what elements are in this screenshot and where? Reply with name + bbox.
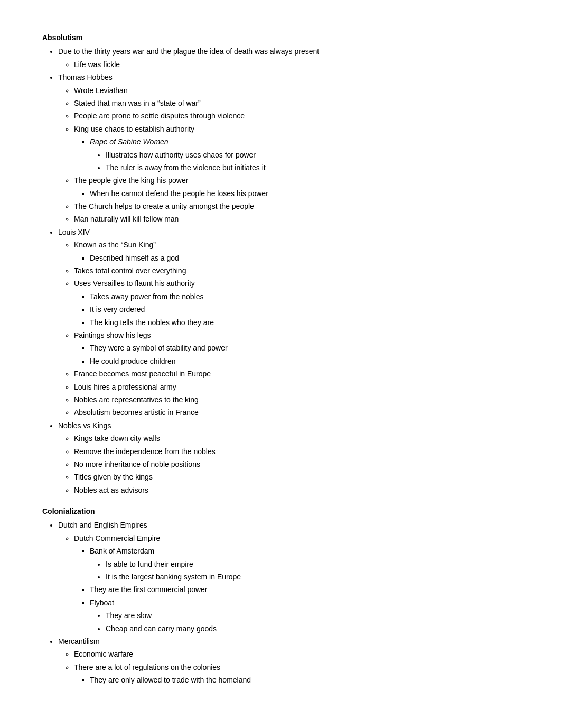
- list-item: No more inheritance of noble positions: [74, 458, 519, 470]
- list-item: Cheap and can carry many goods: [106, 623, 519, 634]
- list-item: Nobles vs KingsKings take down city wall…: [58, 420, 519, 496]
- list-item: Life was fickle: [74, 59, 519, 70]
- list-item: People are prone to settle disputes thro…: [74, 110, 519, 122]
- list-item: Due to the thirty years war and the plag…: [58, 45, 519, 70]
- list-item: Takes away power from the nobles: [90, 291, 519, 302]
- list-item: Absolutism becomes artistic in France: [74, 407, 519, 418]
- list-item: They were a symbol of stability and powe…: [90, 342, 519, 354]
- list-item: Thomas HobbesWrote LeviathanStated that …: [58, 71, 519, 225]
- list-item: There are a lot of regulations on the co…: [74, 661, 519, 686]
- section-block: ColonializationDutch and English Empires…: [42, 505, 519, 686]
- section-title: Colonialization: [42, 505, 519, 517]
- list-item: When he cannot defend the people he lose…: [90, 188, 519, 199]
- list-item: They are only allowed to trade with the …: [90, 674, 519, 686]
- list-item: MercantilismEconomic warfareThere are a …: [58, 635, 519, 686]
- list-item: France becomes most peaceful in Europe: [74, 368, 519, 380]
- section-block: AbsolutismDue to the thirty years war an…: [42, 32, 519, 496]
- list-item: Man naturally will kill fellow man: [74, 213, 519, 225]
- list-item: Illustrates how authority uses chaos for…: [106, 149, 519, 161]
- list-item: Bank of AmsterdamIs able to fund their e…: [90, 545, 519, 583]
- list-item: Louis hires a professional army: [74, 381, 519, 393]
- list-item: Dutch Commercial EmpireBank of Amsterdam…: [74, 532, 519, 634]
- list-item: Nobles are representatives to the king: [74, 394, 519, 406]
- list-item: Remove the independence from the nobles: [74, 446, 519, 457]
- list-item: Paintings show his legsThey were a symbo…: [74, 329, 519, 367]
- list-item: Nobles act as advisors: [74, 484, 519, 496]
- list-item: Titles given by the kings: [74, 471, 519, 483]
- list-item: Uses Versailles to flaunt his authorityT…: [74, 278, 519, 328]
- section-title: Absolutism: [42, 32, 519, 43]
- list-item: Kings take down city walls: [74, 432, 519, 444]
- list-item: Is able to fund their empire: [106, 558, 519, 570]
- list-item: Louis XIVKnown as the “Sun King”Describe…: [58, 226, 519, 419]
- document: AbsolutismDue to the thirty years war an…: [42, 32, 519, 686]
- list-item: Dutch and English EmpiresDutch Commercia…: [58, 519, 519, 634]
- list-item: The Church helps to create a unity among…: [74, 200, 519, 212]
- list-item: Takes total control over everything: [74, 265, 519, 277]
- list-item: He could produce children: [90, 355, 519, 367]
- list-item: FlyboatThey are slowCheap and can carry …: [90, 597, 519, 634]
- list-item: Wrote Leviathan: [74, 85, 519, 96]
- list-item: The ruler is away from the violence but …: [106, 162, 519, 173]
- list-item: Known as the “Sun King”Described himself…: [74, 239, 519, 264]
- list-item: They are slow: [106, 610, 519, 621]
- list-item: The king tells the nobles who they are: [90, 317, 519, 328]
- list-item: Rape of Sabine WomenIllustrates how auth…: [90, 136, 519, 173]
- list-item: Economic warfare: [74, 648, 519, 660]
- list-item: It is the largest banking system in Euro…: [106, 571, 519, 583]
- list-item: They are the first commercial power: [90, 584, 519, 595]
- list-item: King use chaos to establish authorityRap…: [74, 123, 519, 174]
- list-item: Described himself as a god: [90, 252, 519, 264]
- list-item: The people give the king his powerWhen h…: [74, 174, 519, 199]
- list-item: It is very ordered: [90, 303, 519, 315]
- list-item: Stated that man was in a “state of war”: [74, 97, 519, 109]
